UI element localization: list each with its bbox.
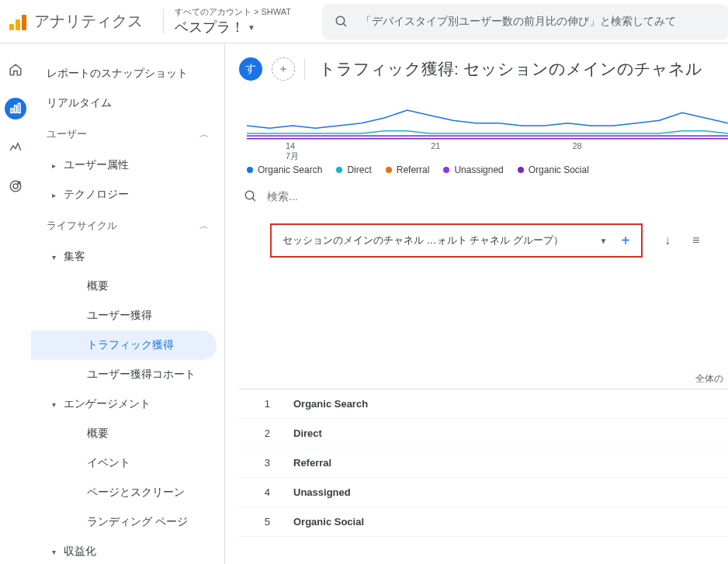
legend-dot-icon — [518, 167, 524, 173]
sidebar-leaf[interactable]: 概要 — [31, 419, 224, 448]
chevron-down-icon: ▼ — [248, 23, 255, 32]
sidebar-item-label: テクノロジー — [64, 188, 129, 202]
sidebar-item-label: 集客 — [64, 250, 85, 264]
search-placeholder: 「デバイスタイプ別ユーザー数の前月比の伸び」と検索してみて — [361, 15, 676, 29]
sidebar-leaf[interactable]: イベント — [31, 448, 224, 478]
legend-item[interactable]: Unassigned — [443, 164, 503, 175]
sidebar-section-lifecycle-label: ライフサイクル — [47, 219, 117, 233]
search-icon — [244, 189, 258, 203]
legend-label: Unassigned — [454, 164, 503, 175]
table-row[interactable]: 3Referral — [239, 448, 728, 478]
legend-dot-icon — [336, 167, 342, 173]
rail-home-icon[interactable] — [5, 59, 26, 81]
svg-line-9 — [252, 198, 255, 201]
table-search-input[interactable] — [267, 190, 422, 202]
account-breadcrumb: すべてのアカウント > SHWAT — [175, 6, 291, 18]
chevron-up-icon: ︿ — [199, 220, 209, 233]
caret-down-icon: ▾ — [47, 253, 61, 261]
caret-right-icon: ▸ — [47, 161, 61, 170]
sidebar-item-engagement[interactable]: ▾ エンゲージメント — [31, 389, 224, 419]
svg-rect-3 — [15, 106, 17, 112]
app-header: アナリティクス すべてのアカウント > SHWAT ベスプラ！ ▼ 「デバイスタ… — [0, 0, 728, 43]
dimension-header-row: セッションのメインのチャネル …ォルト チャネル グループ） ▼ + ↓ ≡ — [239, 213, 728, 268]
add-dimension-button[interactable]: + — [621, 232, 630, 250]
totals-note: 全体の — [239, 369, 728, 389]
row-label: Referral — [293, 457, 331, 469]
rail-advertising-icon[interactable] — [5, 175, 26, 197]
svg-rect-4 — [18, 103, 20, 112]
page-title: トラフィック獲得: セッションのメインのチャネル — [319, 58, 702, 80]
account-name: ベスプラ！ ▼ — [175, 18, 291, 36]
sidebar-item-label: 収益化 — [64, 545, 96, 559]
primary-dimension-selector[interactable]: セッションのメインのチャネル …ォルト チャネル グループ） ▼ + — [270, 223, 643, 258]
global-search[interactable]: 「デバイスタイプ別ユーザー数の前月比の伸び」と検索してみて — [322, 4, 728, 40]
row-label: Organic Search — [293, 398, 368, 410]
svg-point-7 — [18, 182, 20, 184]
table-row[interactable]: 2Direct — [239, 419, 728, 448]
report-main: す ＋ トラフィック獲得: セッションのメインのチャネル 147月2128 Or… — [225, 43, 728, 564]
divider — [304, 58, 305, 80]
table-row[interactable]: 1Organic Search — [239, 389, 728, 419]
chevron-up-icon: ︿ — [199, 128, 209, 141]
rail-explore-icon[interactable] — [5, 137, 26, 158]
legend-label: Referral — [397, 164, 430, 175]
primary-dimension-label: セッションのメインのチャネル …ォルト チャネル グループ） — [283, 234, 563, 247]
sidebar-item-snapshot[interactable]: レポートのスナップショット — [31, 59, 224, 88]
svg-point-8 — [245, 191, 254, 199]
sidebar-section-user-label: ユーザー — [47, 127, 87, 141]
caret-right-icon: ▸ — [47, 191, 61, 199]
sidebar-leaf[interactable]: ユーザー獲得 — [31, 301, 224, 330]
xaxis-tick: 21 — [431, 141, 440, 162]
row-label: Unassigned — [293, 486, 351, 498]
legend-dot-icon — [247, 167, 253, 173]
product-logo: アナリティクス — [0, 11, 152, 32]
chevron-down-icon[interactable]: ▼ — [599, 237, 607, 245]
row-label: Organic Social — [293, 516, 364, 528]
legend-item[interactable]: Referral — [386, 164, 430, 175]
sidebar-item-acquisition[interactable]: ▾ 集客 — [31, 242, 224, 272]
sidebar-section-lifecycle[interactable]: ライフサイクル ︿ — [31, 209, 224, 242]
trend-chart: 147月2128 — [247, 102, 728, 157]
xaxis-tick: 147月 — [286, 141, 299, 162]
add-segment-button[interactable]: ＋ — [272, 57, 295, 81]
sidebar-leaf[interactable]: ページとスクリーン — [31, 478, 224, 507]
product-name: アナリティクス — [34, 11, 143, 32]
table-row[interactable]: 4Unassigned — [239, 478, 728, 507]
sidebar-item-user-attr[interactable]: ▸ ユーザー属性 — [31, 151, 224, 180]
row-index: 1 — [239, 398, 293, 410]
more-columns-icon[interactable]: ≡ — [692, 234, 697, 247]
legend-dot-icon — [386, 167, 392, 173]
legend-label: Organic Search — [258, 164, 322, 175]
caret-down-icon: ▾ — [47, 400, 61, 409]
table-row[interactable]: 5Organic Social — [239, 507, 728, 537]
legend-label: Direct — [347, 164, 371, 175]
sidebar-leaf[interactable]: 概要 — [31, 272, 224, 301]
sidebar-item-technology[interactable]: ▸ テクノロジー — [31, 180, 224, 209]
search-icon — [335, 15, 348, 29]
caret-down-icon: ▾ — [47, 548, 61, 556]
legend-item[interactable]: Organic Social — [518, 164, 589, 175]
sidebar-leaf[interactable]: ランディング ページ — [31, 507, 224, 537]
legend-item[interactable]: Direct — [336, 164, 371, 175]
sidebar-item-monetize[interactable]: ▾ 収益化 — [31, 537, 224, 564]
xaxis-tick: 28 — [572, 141, 581, 162]
legend-dot-icon — [443, 167, 449, 173]
row-index: 2 — [239, 427, 293, 439]
table-search[interactable] — [239, 175, 728, 213]
rail-reports-icon[interactable] — [5, 98, 26, 119]
segment-all-pill[interactable]: す — [239, 57, 262, 81]
sidebar-item-realtime[interactable]: リアルタイム — [31, 88, 224, 118]
divider — [163, 9, 164, 34]
analytics-logo-icon — [9, 13, 26, 30]
sidebar-leaf[interactable]: トラフィック獲得 — [31, 330, 217, 360]
row-index: 3 — [239, 457, 293, 469]
sidebar-leaf[interactable]: ユーザー獲得コホート — [31, 360, 224, 389]
legend-item[interactable]: Organic Search — [247, 164, 322, 175]
row-index: 5 — [239, 516, 293, 528]
account-picker[interactable]: すべてのアカウント > SHWAT ベスプラ！ ▼ — [175, 6, 291, 36]
account-name-text: ベスプラ！ — [175, 18, 244, 36]
results-table: 1Organic Search2Direct3Referral4Unassign… — [239, 389, 728, 537]
legend-label: Organic Social — [529, 164, 589, 175]
sort-descending-icon[interactable]: ↓ — [664, 234, 671, 247]
sidebar-section-user[interactable]: ユーザー ︿ — [31, 118, 224, 151]
